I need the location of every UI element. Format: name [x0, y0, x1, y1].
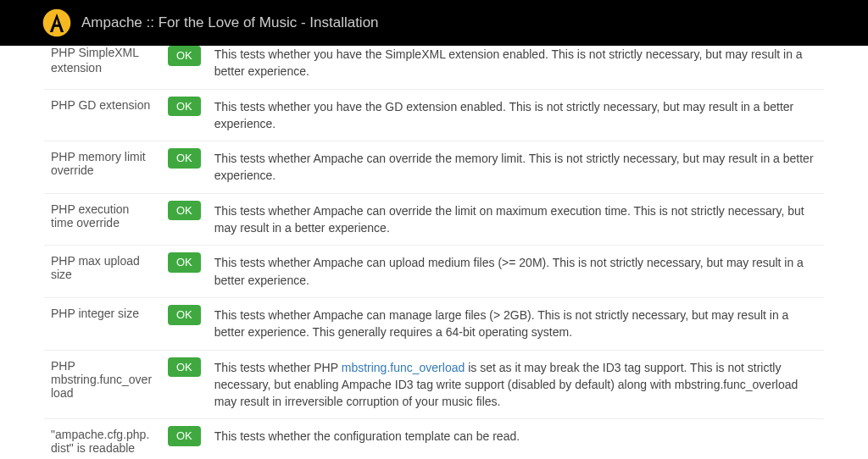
status-badge: OK: [168, 148, 201, 169]
check-description: This tests whether you have the GD exten…: [208, 89, 824, 141]
check-status-cell: OK: [161, 419, 208, 459]
check-description: This tests whether you have the SimpleXM…: [208, 46, 824, 89]
main-content: PHP SimpleXML extensionOKThis tests whet…: [0, 46, 868, 459]
svg-point-0: [43, 9, 71, 37]
check-description: This tests whether Ampache can manage la…: [208, 297, 824, 350]
check-status-cell: OK: [161, 89, 208, 141]
table-row: PHP memory limit overrideOKThis tests wh…: [44, 141, 824, 194]
desc-text: This tests whether Ampache can upload me…: [214, 256, 804, 286]
check-name: PHP execution time override: [44, 193, 161, 246]
check-name: PHP mbstring.func_overload: [44, 350, 161, 419]
status-badge: OK: [168, 305, 201, 325]
check-status-cell: OK: [161, 246, 208, 298]
check-description: This tests whether PHP mbstring.func_ove…: [208, 350, 824, 419]
desc-text: This tests whether the configuration tem…: [214, 429, 520, 443]
status-badge: OK: [168, 357, 201, 378]
table-row: PHP mbstring.func_overloadOKThis tests w…: [44, 350, 824, 419]
check-name: PHP integer size: [44, 297, 161, 350]
desc-text: This tests whether Ampache can manage la…: [214, 308, 789, 339]
app-header: Ampache :: For the Love of Music - Insta…: [0, 0, 868, 46]
check-description: This tests whether Ampache can upload me…: [208, 246, 824, 298]
status-badge: OK: [168, 201, 201, 221]
check-description: This tests whether the configuration tem…: [208, 419, 824, 459]
check-status-cell: OK: [161, 141, 208, 194]
doc-link[interactable]: mbstring.func_overload: [342, 361, 465, 374]
ampache-logo-icon: [42, 8, 71, 37]
table-row: "ampache.cfg.php.dist" is readableOKThis…: [44, 419, 824, 459]
check-name: PHP max upload size: [44, 246, 161, 298]
table-row: PHP max upload sizeOKThis tests whether …: [44, 246, 824, 298]
check-description: This tests whether Ampache can override …: [208, 141, 824, 194]
check-status-cell: OK: [161, 46, 208, 89]
status-badge: OK: [168, 426, 201, 446]
status-badge: OK: [168, 97, 201, 117]
table-row: PHP execution time overrideOKThis tests …: [44, 193, 824, 246]
check-status-cell: OK: [161, 297, 208, 350]
status-badge: OK: [168, 46, 201, 66]
table-row: PHP SimpleXML extensionOKThis tests whet…: [44, 46, 824, 89]
desc-text: This tests whether you have the SimpleXM…: [214, 47, 803, 78]
check-status-cell: OK: [161, 193, 208, 246]
check-name: PHP memory limit override: [44, 141, 161, 194]
check-name: PHP GD extension: [44, 89, 161, 141]
check-status-cell: OK: [161, 350, 208, 419]
check-name: PHP SimpleXML extension: [44, 46, 161, 89]
desc-text: This tests whether PHP: [214, 361, 342, 374]
table-row: PHP integer sizeOKThis tests whether Amp…: [44, 297, 824, 350]
desc-text: This tests whether you have the GD exten…: [214, 100, 793, 130]
requirements-table: PHP SimpleXML extensionOKThis tests whet…: [44, 46, 824, 459]
desc-text: This tests whether Ampache can override …: [214, 204, 804, 235]
status-badge: OK: [168, 252, 201, 273]
desc-text: This tests whether Ampache can override …: [214, 152, 814, 182]
page-title: Ampache :: For the Love of Music - Insta…: [81, 14, 379, 31]
table-row: PHP GD extensionOKThis tests whether you…: [44, 89, 824, 141]
check-description: This tests whether Ampache can override …: [208, 193, 824, 246]
check-name: "ampache.cfg.php.dist" is readable: [44, 419, 161, 459]
